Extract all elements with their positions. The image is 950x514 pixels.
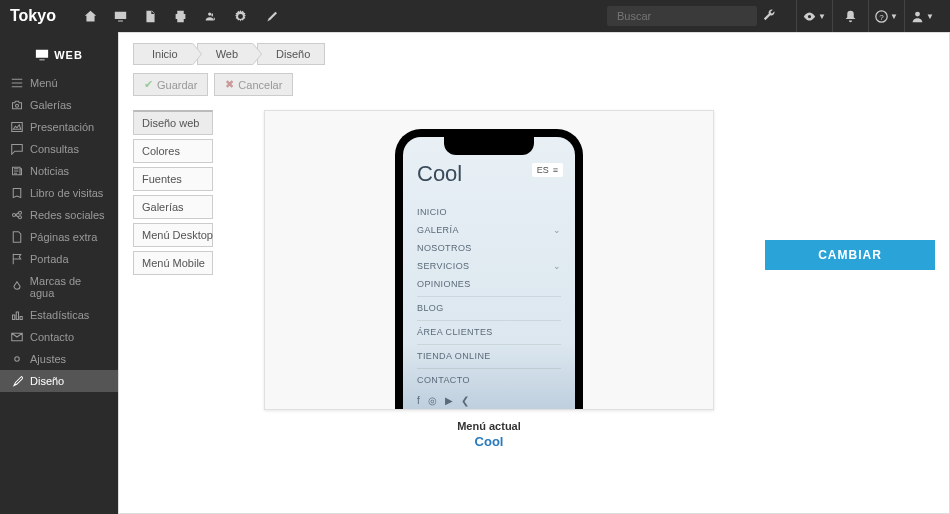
top-bar: Tokyo ▼ ?▼ ▼ bbox=[0, 0, 950, 32]
youtube-icon: ▶ bbox=[445, 395, 453, 406]
tab-fuentes[interactable]: Fuentes bbox=[133, 167, 213, 191]
sidebar-item-menú[interactable]: Menú bbox=[0, 72, 118, 94]
page-icon bbox=[10, 231, 24, 243]
gear-icon[interactable] bbox=[226, 0, 256, 32]
phone-menu-item: SERVICIOS⌄ bbox=[417, 257, 561, 275]
sidebar-item-estadísticas[interactable]: Estadísticas bbox=[0, 304, 118, 326]
chevron-down-icon: ⌄ bbox=[553, 225, 561, 235]
brush-icon bbox=[10, 375, 24, 387]
menu-icon: ≡ bbox=[553, 165, 558, 175]
design-tabs: Diseño webColoresFuentesGaleríasMenú Des… bbox=[133, 110, 213, 275]
help-icon[interactable]: ?▼ bbox=[868, 0, 904, 32]
sidebar-item-label: Consultas bbox=[30, 143, 79, 155]
share-icon bbox=[10, 209, 24, 221]
news-icon bbox=[10, 165, 24, 177]
image-icon bbox=[10, 121, 24, 133]
sidebar-item-ajustes[interactable]: Ajustes bbox=[0, 348, 118, 370]
tab-colores[interactable]: Colores bbox=[133, 139, 213, 163]
phone-menu-item: TIENDA ONLINE bbox=[417, 344, 561, 365]
preview-box: Cool ES≡ INICIOGALERÍA⌄NOSOTROSSERVICIOS… bbox=[264, 110, 714, 410]
chevron-down-icon: ⌄ bbox=[553, 261, 561, 271]
comment-icon bbox=[10, 143, 24, 155]
droplet-icon bbox=[10, 281, 24, 293]
phone-menu-item: BLOG bbox=[417, 296, 561, 317]
flag-icon bbox=[10, 253, 24, 265]
bell-icon[interactable] bbox=[832, 0, 868, 32]
home-icon[interactable] bbox=[76, 0, 106, 32]
svg-text:?: ? bbox=[879, 12, 884, 21]
tab-menú-mobile[interactable]: Menú Mobile bbox=[133, 251, 213, 275]
content-area: InicioWebDiseño ✔Guardar ✖Cancelar Diseñ… bbox=[118, 32, 950, 514]
envelope-icon bbox=[10, 331, 24, 343]
sidebar: WEB MenúGaleríasPresentaciónConsultasNot… bbox=[0, 32, 118, 514]
change-button[interactable]: CAMBIAR bbox=[765, 240, 935, 270]
caption-label: Menú actual bbox=[457, 420, 521, 432]
right-column: CAMBIAR bbox=[765, 110, 935, 270]
sidebar-header: WEB bbox=[0, 40, 118, 72]
phone-menu: INICIOGALERÍA⌄NOSOTROSSERVICIOS⌄OPINIONE… bbox=[417, 203, 561, 389]
sidebar-item-label: Menú bbox=[30, 77, 58, 89]
tab-menú-desktop[interactable]: Menú Desktop bbox=[133, 223, 213, 247]
preview-column: Cool ES≡ INICIOGALERÍA⌄NOSOTROSSERVICIOS… bbox=[231, 110, 747, 449]
phone-menu-item: OPINIONES bbox=[417, 275, 561, 293]
sidebar-item-redes-sociales[interactable]: Redes sociales bbox=[0, 204, 118, 226]
sidebar-item-noticias[interactable]: Noticias bbox=[0, 160, 118, 182]
cancel-button[interactable]: ✖Cancelar bbox=[214, 73, 293, 96]
search-input[interactable] bbox=[607, 6, 757, 26]
sidebar-item-label: Portada bbox=[30, 253, 69, 265]
sidebar-item-label: Ajustes bbox=[30, 353, 66, 365]
breadcrumb-web[interactable]: Web bbox=[197, 43, 253, 65]
sidebar-item-presentación[interactable]: Presentación bbox=[0, 116, 118, 138]
preview-caption: Menú actual Cool bbox=[457, 420, 521, 449]
sidebar-item-label: Galerías bbox=[30, 99, 72, 111]
breadcrumb-inicio[interactable]: Inicio bbox=[133, 43, 193, 65]
sidebar-item-contacto[interactable]: Contacto bbox=[0, 326, 118, 348]
print-icon[interactable] bbox=[166, 0, 196, 32]
book-icon bbox=[10, 187, 24, 199]
save-label: Guardar bbox=[157, 79, 197, 91]
gear-icon bbox=[10, 353, 24, 365]
social-icons-row: f ◎ ▶ ❮ bbox=[417, 395, 561, 406]
user-icon[interactable]: ▼ bbox=[904, 0, 940, 32]
monitor-icon[interactable] bbox=[106, 0, 136, 32]
phone-menu-item: GALERÍA⌄ bbox=[417, 221, 561, 239]
sidebar-item-label: Redes sociales bbox=[30, 209, 105, 221]
share-icon: ❮ bbox=[461, 395, 469, 406]
brush-icon[interactable] bbox=[256, 0, 286, 32]
eye-icon[interactable]: ▼ bbox=[796, 0, 832, 32]
breadcrumb-diseño[interactable]: Diseño bbox=[257, 43, 325, 65]
sidebar-item-label: Diseño bbox=[30, 375, 64, 387]
sidebar-item-label: Páginas extra bbox=[30, 231, 97, 243]
sidebar-item-portada[interactable]: Portada bbox=[0, 248, 118, 270]
brand: Tokyo bbox=[10, 7, 76, 25]
tab-diseño-web[interactable]: Diseño web bbox=[133, 110, 213, 135]
menu-icon bbox=[10, 77, 24, 89]
main-layout: WEB MenúGaleríasPresentaciónConsultasNot… bbox=[0, 32, 950, 514]
sidebar-item-label: Presentación bbox=[30, 121, 94, 133]
caption-value: Cool bbox=[457, 434, 521, 449]
breadcrumb: InicioWebDiseño bbox=[133, 43, 935, 65]
instagram-icon: ◎ bbox=[428, 395, 437, 406]
tab-galerías[interactable]: Galerías bbox=[133, 195, 213, 219]
wrench-icon[interactable] bbox=[763, 8, 776, 24]
action-buttons: ✔Guardar ✖Cancelar bbox=[133, 73, 935, 96]
top-right-icons: ▼ ?▼ ▼ bbox=[796, 0, 940, 32]
sidebar-item-consultas[interactable]: Consultas bbox=[0, 138, 118, 160]
phone-menu-item: INICIO bbox=[417, 203, 561, 221]
lang-selector: ES≡ bbox=[532, 163, 563, 177]
design-body: Diseño webColoresFuentesGaleríasMenú Des… bbox=[133, 110, 935, 449]
phone-screen: Cool ES≡ INICIOGALERÍA⌄NOSOTROSSERVICIOS… bbox=[403, 137, 575, 410]
document-icon[interactable] bbox=[136, 0, 166, 32]
sidebar-item-galerías[interactable]: Galerías bbox=[0, 94, 118, 116]
sidebar-item-diseño[interactable]: Diseño bbox=[0, 370, 118, 392]
sidebar-item-páginas-extra[interactable]: Páginas extra bbox=[0, 226, 118, 248]
sidebar-item-marcas-de-agua[interactable]: Marcas de agua bbox=[0, 270, 118, 304]
phone-menu-item: ÁREA CLIENTES bbox=[417, 320, 561, 341]
sidebar-item-label: Contacto bbox=[30, 331, 74, 343]
users-icon[interactable] bbox=[196, 0, 226, 32]
sidebar-item-libro-de-visitas[interactable]: Libro de visitas bbox=[0, 182, 118, 204]
phone-mockup: Cool ES≡ INICIOGALERÍA⌄NOSOTROSSERVICIOS… bbox=[395, 129, 583, 410]
sidebar-item-label: Noticias bbox=[30, 165, 69, 177]
save-button[interactable]: ✔Guardar bbox=[133, 73, 208, 96]
sidebar-header-label: WEB bbox=[54, 49, 83, 61]
